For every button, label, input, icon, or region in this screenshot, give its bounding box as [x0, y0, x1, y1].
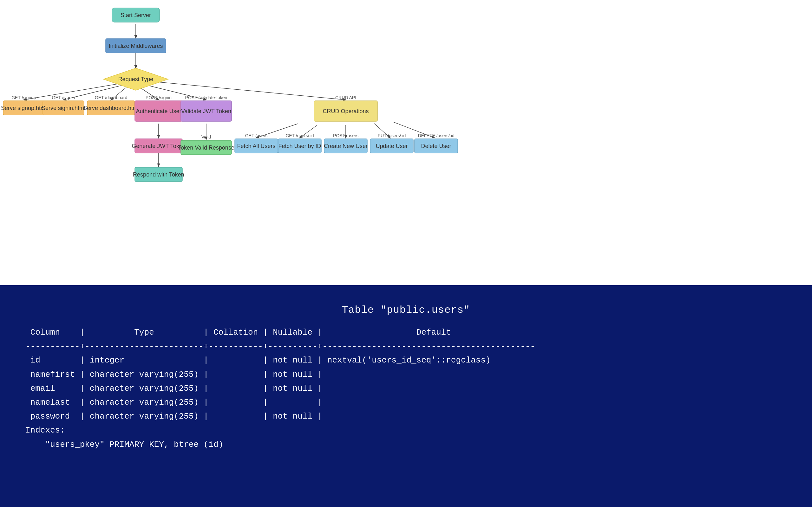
serve-dashboard-label: Serve dashboard.html	[83, 105, 139, 111]
respond-token-label: Respond with Token	[133, 171, 184, 178]
node-serve-dashboard: Serve dashboard.html	[83, 101, 139, 115]
fetch-by-id-label: Fetch User by ID	[278, 143, 321, 149]
label-get-signup: GET /signup	[11, 95, 36, 100]
node-init-middlewares: Initialize Middlewares	[106, 39, 166, 53]
auth-user-label: Authenticate User	[136, 108, 181, 114]
node-generate-jwt: Generate JWT Token	[132, 139, 185, 153]
label-post-validate: POST /validate-token	[185, 95, 227, 100]
request-type-label: Request Type	[118, 76, 154, 82]
node-token-valid-response: Token Valid Response	[178, 140, 235, 155]
validate-jwt-label: Validate JWT Token	[181, 108, 231, 114]
label-valid: Valid	[201, 134, 211, 139]
start-server-label: Start Server	[120, 12, 151, 18]
table-content: Column | Type | Collation | Nullable | D…	[26, 326, 786, 452]
serve-signin-label: Serve signin.html	[42, 105, 85, 111]
gen-jwt-label: Generate JWT Token	[132, 143, 185, 149]
node-crud-operations: CRUD Operations	[314, 101, 377, 121]
serve-signup-label: Serve signup.html	[1, 105, 47, 111]
create-user-label: Create New User	[324, 143, 368, 149]
label-put-users-id: PUT /users/:id	[378, 133, 406, 138]
node-create-new-user: Create New User	[324, 139, 368, 153]
svg-line-7	[155, 82, 346, 100]
node-request-type: Request Type	[103, 68, 168, 90]
label-post-signin: POST /signin	[146, 95, 171, 100]
node-start-server: Start Server	[112, 8, 159, 22]
table-row: email | character varying(255) | | not n…	[26, 384, 322, 393]
node-delete-user: Delete User	[415, 139, 458, 153]
init-middlewares-label: Initialize Middlewares	[108, 43, 163, 49]
token-valid-label: Token Valid Response	[178, 145, 235, 151]
table-title: Table "public.users"	[26, 304, 786, 316]
flowchart-svg: Start Server Initialize Middlewares Requ…	[0, 0, 812, 285]
table-row: namelast | character varying(255) | | |	[26, 398, 322, 407]
indexes-label: Indexes:	[26, 426, 65, 435]
crud-ops-label: CRUD Operations	[322, 108, 368, 114]
table-row: namefirst | character varying(255) | | n…	[26, 370, 322, 379]
node-fetch-user-by-id: Fetch User by ID	[278, 139, 321, 153]
table-header: Column | Type | Collation | Nullable | D…	[26, 328, 451, 337]
node-authenticate-user: Authenticate User	[135, 101, 183, 121]
node-fetch-all-users: Fetch All Users	[235, 139, 278, 153]
node-update-user: Update User	[370, 139, 413, 153]
database-table-section: Table "public.users" Column | Type | Col…	[0, 285, 812, 507]
label-delete-users-id: DELETE /users/:id	[418, 133, 454, 138]
update-user-label: Update User	[375, 143, 408, 149]
node-validate-jwt: Validate JWT Token	[181, 101, 232, 121]
label-get-dashboard: GET /dashboard	[95, 95, 127, 100]
node-serve-signup: Serve signup.html	[1, 101, 47, 115]
label-get-signin: GET /signin	[52, 95, 75, 100]
flowchart-section: Start Server Initialize Middlewares Requ…	[0, 0, 812, 285]
label-get-users-id: GET /users/:id	[286, 133, 314, 138]
node-serve-signin: Serve signin.html	[42, 101, 85, 115]
label-post-users: POST /users	[333, 133, 358, 138]
label-crud-api: CRUD API	[335, 95, 356, 100]
fetch-all-label: Fetch All Users	[237, 143, 275, 149]
label-get-users: GET /users	[245, 133, 268, 138]
table-row: password | character varying(255) | | no…	[26, 412, 322, 421]
indexes-value: "users_pkey" PRIMARY KEY, btree (id)	[26, 440, 223, 449]
table-separator: -----------+------------------------+---…	[26, 342, 535, 351]
delete-user-label: Delete User	[421, 143, 451, 149]
table-row: id | integer | | not null | nextval('use…	[26, 355, 491, 365]
node-respond-token: Respond with Token	[133, 167, 184, 181]
